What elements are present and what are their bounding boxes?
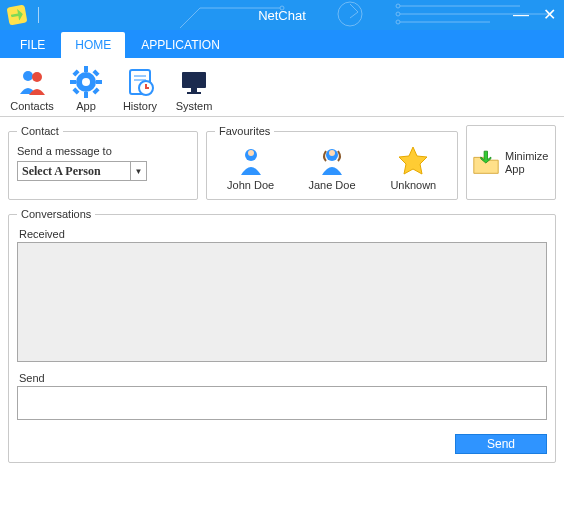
svg-rect-21 — [182, 72, 206, 88]
window-title: NetChat — [0, 8, 564, 23]
conversations-legend: Conversations — [17, 208, 95, 220]
svg-point-5 — [23, 71, 33, 81]
favourite-john[interactable]: John Doe — [216, 145, 286, 191]
received-label: Received — [19, 228, 547, 240]
conversations-group: Conversations Received Send Send — [8, 208, 556, 463]
svg-rect-23 — [187, 92, 201, 94]
svg-rect-11 — [70, 80, 76, 84]
favourites-group: Favourites John Doe Jane Doe — [206, 125, 458, 200]
monitor-icon — [178, 66, 210, 98]
history-icon — [124, 66, 156, 98]
contacts-icon — [16, 66, 48, 98]
svg-point-8 — [82, 78, 90, 86]
ribbon-system[interactable]: System — [170, 64, 218, 114]
ribbon-history-label: History — [123, 100, 157, 112]
chevron-down-icon: ▼ — [130, 162, 146, 180]
ribbon-app[interactable]: App — [62, 64, 110, 114]
send-button[interactable]: Send — [455, 434, 547, 454]
ribbon-contacts[interactable]: Contacts — [8, 64, 56, 114]
recipient-select[interactable]: Select A Person ▼ — [17, 161, 147, 181]
svg-rect-9 — [84, 66, 88, 72]
star-icon — [397, 145, 429, 177]
ribbon-system-label: System — [176, 100, 213, 112]
received-area — [17, 242, 547, 362]
tab-file[interactable]: FILE — [6, 32, 59, 58]
avatar-female-icon — [316, 145, 348, 177]
tab-home[interactable]: HOME — [61, 32, 125, 58]
contact-legend: Contact — [17, 125, 63, 137]
svg-rect-12 — [96, 80, 102, 84]
minimize-app-button[interactable]: MinimizeApp — [466, 125, 556, 200]
ribbon-history[interactable]: History — [116, 64, 164, 114]
folder-arrow-icon — [471, 148, 501, 178]
svg-rect-10 — [84, 92, 88, 98]
contact-hint: Send a message to — [17, 145, 189, 157]
favourite-unknown[interactable]: Unknown — [378, 145, 448, 191]
avatar-male-icon — [235, 145, 267, 177]
svg-point-27 — [329, 150, 335, 156]
tab-application[interactable]: APPLICATION — [127, 32, 233, 58]
svg-point-6 — [32, 72, 42, 82]
minimize-app-label: MinimizeApp — [505, 150, 548, 176]
send-input[interactable] — [17, 386, 547, 420]
favourite-jane[interactable]: Jane Doe — [297, 145, 367, 191]
send-label: Send — [19, 372, 547, 384]
favourite-label: Jane Doe — [308, 179, 355, 191]
contact-group: Contact Send a message to Select A Perso… — [8, 125, 198, 200]
svg-rect-22 — [191, 88, 197, 92]
svg-point-25 — [248, 150, 254, 156]
favourite-label: John Doe — [227, 179, 274, 191]
ribbon-app-label: App — [76, 100, 96, 112]
recipient-select-value: Select A Person — [18, 164, 130, 179]
favourites-legend: Favourites — [215, 125, 274, 137]
ribbon-contacts-label: Contacts — [10, 100, 53, 112]
favourite-label: Unknown — [390, 179, 436, 191]
gear-icon — [70, 66, 102, 98]
